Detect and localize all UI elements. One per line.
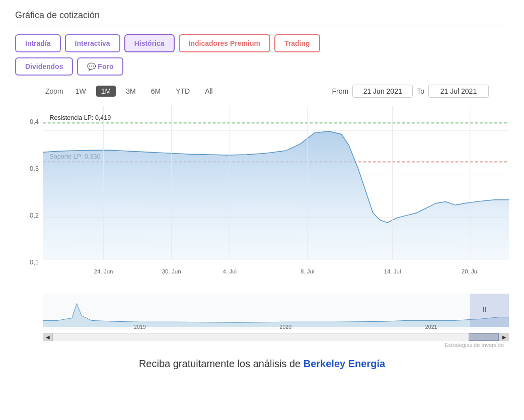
- to-label: To: [417, 87, 424, 95]
- btn-interactiva[interactable]: Interactiva: [65, 34, 120, 52]
- scroll-right-btn[interactable]: ▶: [499, 333, 509, 341]
- btn-indicadores[interactable]: Indicadores Premium: [179, 34, 270, 52]
- zoom-1m[interactable]: 1M: [96, 86, 116, 97]
- zoom-bar: Zoom 1W 1M 3M 6M YTD All From To: [45, 85, 509, 98]
- zoom-all[interactable]: All: [200, 86, 218, 97]
- y-label-03: 0,3: [15, 165, 39, 172]
- y-label-01: 0,1: [15, 258, 39, 266]
- bottom-text-prefix: Reciba gratuitamente los análisis de: [139, 358, 304, 369]
- svg-text:Resistencia LP: 0,419: Resistencia LP: 0,419: [50, 114, 111, 121]
- button-row-1: Intradía Interactiva Histórica Indicador…: [15, 34, 509, 52]
- svg-text:14. Jul: 14. Jul: [384, 268, 401, 274]
- page-title: Gráfica de cotización: [15, 10, 509, 26]
- to-date-input[interactable]: [428, 85, 489, 98]
- zoom-1w[interactable]: 1W: [70, 86, 91, 97]
- date-range: From To: [332, 85, 489, 98]
- watermark: Estrategias de Inversión: [15, 342, 504, 348]
- svg-text:4. Jul: 4. Jul: [223, 268, 237, 274]
- zoom-label: Zoom: [45, 87, 63, 95]
- scroll-thumb[interactable]: [469, 333, 499, 341]
- button-row-2: Dividendos 💬 Foro: [15, 57, 509, 76]
- zoom-3m[interactable]: 3M: [121, 86, 140, 97]
- btn-intraday[interactable]: Intradía: [15, 34, 61, 52]
- mini-chart-svg: 2019 2020 2021 ⏸: [43, 293, 509, 331]
- svg-text:30. Jun: 30. Jun: [162, 268, 181, 274]
- svg-text:⏸: ⏸: [481, 305, 488, 314]
- scroll-track: [53, 333, 499, 341]
- y-label-04: 0,4: [15, 118, 39, 125]
- svg-text:2020: 2020: [279, 324, 291, 330]
- btn-historica[interactable]: Histórica: [124, 34, 175, 52]
- y-label-02: 0,2: [15, 212, 39, 219]
- main-chart-svg: Resistencia LP: 0,419 Soporte LP: 0,330 …: [43, 103, 509, 289]
- svg-text:2019: 2019: [134, 324, 146, 330]
- zoom-6m[interactable]: 6M: [146, 86, 166, 97]
- bottom-text-brand: Berkeley Energía: [304, 358, 385, 369]
- scroll-left-btn[interactable]: ◀: [43, 333, 53, 341]
- svg-rect-22: [470, 294, 509, 327]
- svg-text:8. Jul: 8. Jul: [301, 268, 315, 274]
- svg-text:20. Jul: 20. Jul: [462, 268, 479, 274]
- from-date-input[interactable]: [352, 85, 413, 98]
- svg-text:2021: 2021: [425, 324, 437, 330]
- btn-trading[interactable]: Trading: [274, 34, 320, 52]
- from-label: From: [332, 87, 349, 95]
- svg-text:24. Jun: 24. Jun: [94, 268, 113, 274]
- btn-dividendos[interactable]: Dividendos: [15, 57, 73, 76]
- zoom-ytd[interactable]: YTD: [171, 86, 195, 97]
- bottom-cta: Reciba gratuitamente los análisis de Ber…: [15, 358, 509, 380]
- btn-foro[interactable]: 💬 Foro: [77, 57, 123, 76]
